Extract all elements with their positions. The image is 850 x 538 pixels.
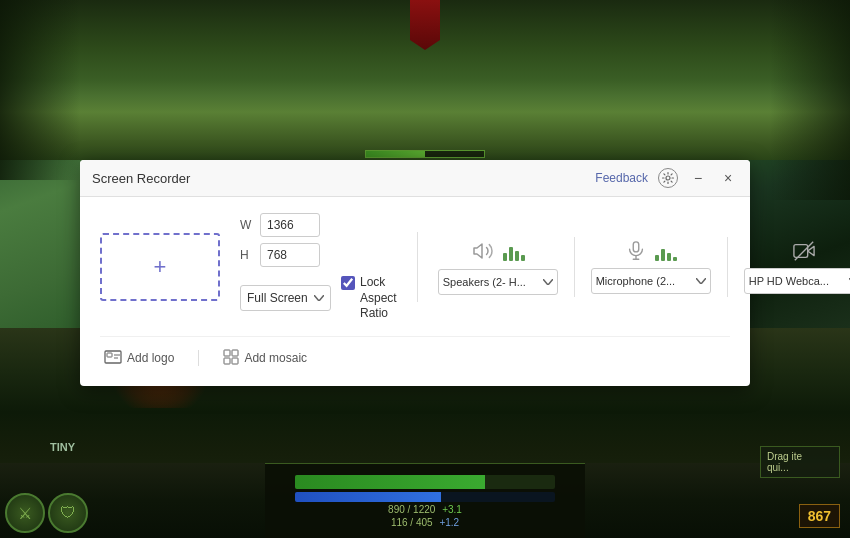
vertical-divider-3 xyxy=(727,237,728,297)
tree-right xyxy=(770,0,850,200)
screen-preview[interactable]: + xyxy=(100,233,220,301)
width-row: W xyxy=(240,213,397,237)
close-button[interactable]: × xyxy=(718,168,738,188)
settings-icon[interactable] xyxy=(658,168,678,188)
vertical-divider-2 xyxy=(574,237,575,297)
webcam-icon-row xyxy=(793,240,815,262)
fullscreen-select[interactable]: Full Screen xyxy=(240,285,331,311)
svg-rect-1 xyxy=(633,242,639,252)
health-fill xyxy=(295,475,485,489)
health-text: 890 / 1220 +3.1 xyxy=(388,504,462,515)
logo-icon xyxy=(104,350,122,367)
screen-recorder-dialog: Screen Recorder Feedback − × + xyxy=(80,160,750,386)
vertical-divider-1 xyxy=(417,232,418,302)
level-bar-2 xyxy=(509,247,513,261)
feedback-link[interactable]: Feedback xyxy=(595,171,648,185)
mosaic-icon xyxy=(223,349,239,368)
hud-icon-item[interactable]: 🛡 xyxy=(48,493,88,533)
hud-left-icons: ⚔ 🛡 xyxy=(5,493,88,533)
main-controls-row: + W H Full Screen xyxy=(100,213,730,322)
audio-controls: Speakers (2- H... xyxy=(438,237,850,297)
game-progress-bar xyxy=(365,150,485,158)
game-progress-fill xyxy=(366,151,425,157)
hud-bar: ⚔ 🛡 890 / 1220 +3.1 116 / 405 +1.2 xyxy=(0,463,850,538)
mana-bar xyxy=(295,492,555,502)
hud-gold: 867 xyxy=(799,504,840,528)
webcam-device: HP HD Webca... xyxy=(744,240,850,294)
unit-name: TINY xyxy=(50,441,75,453)
svg-rect-11 xyxy=(232,350,238,356)
mic-level-bars xyxy=(655,241,677,261)
svg-rect-7 xyxy=(107,353,112,357)
lock-aspect-text: Lock Aspect Ratio xyxy=(360,275,397,322)
microphone-icon xyxy=(625,240,647,262)
health-bar xyxy=(295,475,555,489)
dialog-title: Screen Recorder xyxy=(92,171,190,186)
tools-row: Add logo Add mosaic xyxy=(100,336,730,370)
add-mosaic-button[interactable]: Add mosaic xyxy=(219,347,311,370)
level-bar-4 xyxy=(521,255,525,261)
microphone-select[interactable]: Microphone (2... xyxy=(591,268,711,294)
mic-bar-2 xyxy=(661,249,665,261)
dimensions-group: W H Full Screen Lock Aspect Ratio xyxy=(240,213,397,322)
microphone-device: Microphone (2... xyxy=(591,240,711,294)
title-controls: Feedback − × xyxy=(595,168,738,188)
speaker-select[interactable]: Speakers (2- H... xyxy=(438,269,558,295)
add-logo-button[interactable]: Add logo xyxy=(100,348,178,369)
game-top-scene xyxy=(0,0,850,160)
hud-icon-ability[interactable]: ⚔ xyxy=(5,493,45,533)
lock-aspect-label[interactable]: Lock Aspect Ratio xyxy=(341,275,397,322)
mic-bar-4 xyxy=(673,257,677,261)
mic-bar-1 xyxy=(655,255,659,261)
mana-fill xyxy=(295,492,441,502)
webcam-select[interactable]: HP HD Webca... xyxy=(744,268,850,294)
mic-icon-row xyxy=(625,240,677,262)
svg-rect-10 xyxy=(224,350,230,356)
banner xyxy=(385,0,465,60)
speaker-level-bars xyxy=(503,241,525,261)
speaker-icon xyxy=(471,239,495,263)
dialog-body: + W H Full Screen xyxy=(80,197,750,386)
svg-point-0 xyxy=(666,176,670,180)
webcam-icon xyxy=(793,240,815,262)
speaker-icon-row xyxy=(471,239,525,263)
level-bar-1 xyxy=(503,253,507,261)
add-mosaic-label: Add mosaic xyxy=(244,351,307,365)
hud-right-tip: Drag ite qui... xyxy=(760,446,840,478)
tool-divider xyxy=(198,350,199,366)
preview-plus-icon: + xyxy=(154,256,167,278)
fullscreen-row: Full Screen Lock Aspect Ratio xyxy=(240,275,397,322)
svg-rect-4 xyxy=(794,245,808,258)
tree-left xyxy=(0,0,80,180)
height-label: H xyxy=(240,248,254,262)
dialog-titlebar: Screen Recorder Feedback − × xyxy=(80,160,750,197)
mana-text: 116 / 405 +1.2 xyxy=(391,517,459,528)
speaker-device: Speakers (2- H... xyxy=(438,239,558,295)
add-logo-label: Add logo xyxy=(127,351,174,365)
svg-rect-13 xyxy=(232,358,238,364)
minimize-button[interactable]: − xyxy=(688,168,708,188)
svg-rect-12 xyxy=(224,358,230,364)
mic-bar-3 xyxy=(667,253,671,261)
height-input[interactable] xyxy=(260,243,320,267)
width-label: W xyxy=(240,218,254,232)
banner-shape xyxy=(410,0,440,50)
dimension-inputs: W H xyxy=(240,213,397,267)
hud-center: 890 / 1220 +3.1 116 / 405 +1.2 xyxy=(265,463,585,538)
width-input[interactable] xyxy=(260,213,320,237)
lock-aspect-checkbox[interactable] xyxy=(341,276,355,290)
level-bar-3 xyxy=(515,251,519,261)
height-row: H xyxy=(240,243,397,267)
